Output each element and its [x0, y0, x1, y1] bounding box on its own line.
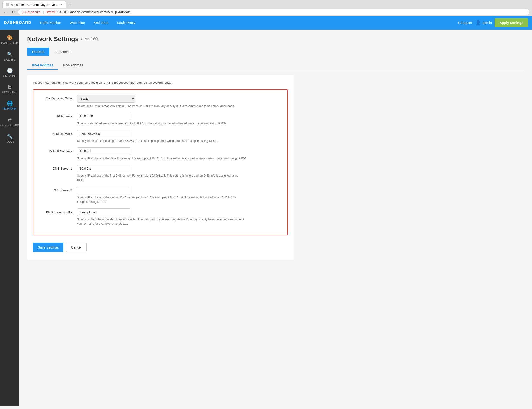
cancel-button[interactable]: Cancel [66, 243, 87, 252]
dns-suffix-col: Specify suffix to be appended to records… [77, 208, 283, 226]
config-type-label: Configuration Type [38, 95, 77, 108]
header-right: ℹ Support 👤 admin Apply Settings [458, 18, 528, 27]
network-mask-col: Specify netmask. For example, 255.255.25… [77, 130, 283, 143]
refresh-button[interactable]: ↻ [10, 9, 16, 15]
hostname-icon: 🖥 [7, 84, 12, 90]
tab-favicon [6, 3, 10, 6]
form-section: Configuration Type Static DHCP Select DH… [33, 89, 288, 236]
url-domain: 10.0.0.10/node/system/network/device/1/i… [57, 10, 131, 14]
network-icon: 🌐 [7, 100, 13, 106]
page-title-subtitle: / ens160 [81, 36, 98, 42]
nav-squid-proxy[interactable]: Squid Proxy [113, 16, 140, 29]
address-bar[interactable]: ⚠ Not secure | https:// 10.0.0.10/node/s… [18, 9, 530, 15]
sidebar-item-label-timezone: TIMEZONE [3, 74, 17, 77]
dns1-help: Specify IP address of the first DNS serv… [77, 173, 247, 182]
config-sync-icon: ⇄ [8, 117, 12, 123]
sidebar-item-network[interactable]: 🌐 NETWORK [0, 97, 19, 114]
nav-traffic-monitor[interactable]: Traffic Monitor [35, 16, 66, 29]
ip-address-help-italic: 192.168.1.10 [128, 122, 145, 125]
default-gw-label: Default Gateway [38, 147, 77, 160]
form-row-network-mask: Network Mask Specify netmask. For exampl… [38, 130, 283, 143]
license-icon: 🔍 [7, 51, 13, 57]
dns-suffix-help-italic: example.lan [111, 222, 127, 225]
timezone-icon: 🕐 [7, 68, 13, 73]
content-card: Please note, changing network settings a… [27, 75, 294, 260]
admin-button[interactable]: 👤 admin [475, 20, 492, 26]
separator: | [43, 10, 44, 14]
default-gw-help: Specify IP address of the default gatewa… [77, 156, 247, 160]
app-header: DASHBOARD Traffic Monitor Web Filter Ant… [0, 16, 532, 29]
sidebar-item-config-sync[interactable]: ⇄ CONFIG SYNC [0, 114, 19, 130]
url-strikethrough: https:// [46, 10, 56, 14]
dns1-help-italic: 192.168.1.3 [150, 174, 165, 177]
main-content: Network Settings / ens160 Devices Advanc… [19, 29, 532, 406]
tab-nav: Devices Advanced [27, 48, 524, 56]
network-mask-help-italic: 255.255.255.0 [118, 139, 136, 143]
form-row-default-gw: Default Gateway Specify IP address of th… [38, 147, 283, 160]
back-button[interactable]: ← [2, 9, 8, 15]
sub-tabs: IPv4 Address IPv6 Address [27, 61, 524, 70]
nav-web-filter[interactable]: Web Filter [66, 16, 90, 29]
ip-address-col: Specify static IP address. For example, … [77, 113, 283, 126]
tab-advanced[interactable]: Advanced [50, 48, 76, 56]
notice-text: Please note, changing network settings a… [33, 81, 288, 84]
app-logo[interactable]: DASHBOARD [4, 21, 35, 25]
apply-settings-button[interactable]: Apply Settings [495, 18, 528, 27]
tools-icon: 🔧 [7, 133, 13, 139]
security-warning: ⚠ Not secure [22, 10, 40, 14]
config-type-col: Static DHCP Select DHCP to automatically… [77, 95, 283, 108]
sidebar-item-label-hostname: HOSTNAME [2, 91, 17, 94]
action-row: Save Settings Cancel [33, 240, 288, 254]
sidebar-item-hostname[interactable]: 🖥 HOSTNAME [0, 81, 19, 97]
ip-address-input[interactable] [77, 113, 130, 120]
sidebar: 🎨 DASHBOARD 🔍 LICENSE 🕐 TIMEZONE 🖥 HOSTN… [0, 29, 19, 406]
new-tab-button[interactable]: + [66, 1, 74, 8]
dns2-help: Specify IP address of the second DNS ser… [77, 195, 247, 204]
tab-devices[interactable]: Devices [27, 48, 49, 56]
sidebar-item-label-network: NETWORK [3, 107, 17, 110]
support-button[interactable]: ℹ Support [458, 21, 472, 25]
admin-label: admin [483, 21, 492, 25]
dns1-col: Specify IP address of the first DNS serv… [77, 165, 283, 182]
network-mask-input[interactable] [77, 130, 130, 137]
sidebar-item-dashboard[interactable]: 🎨 DASHBOARD [0, 31, 19, 48]
dns1-label: DNS Server 1 [38, 165, 77, 182]
ip-address-label: IP Address [38, 113, 77, 126]
default-gw-col: Specify IP address of the default gatewa… [77, 147, 283, 160]
network-mask-label: Network Mask [38, 130, 77, 143]
dns2-help-italic: 192.168.1.4 [168, 196, 183, 199]
default-gw-help-italic: 192.168.1.1 [150, 157, 165, 160]
dns2-label: DNS Server 2 [38, 187, 77, 204]
address-bar-row: ← ↻ ⚠ Not secure | https:// 10.0.0.10/no… [0, 8, 532, 16]
sidebar-item-timezone[interactable]: 🕐 TIMEZONE [0, 64, 19, 81]
form-row-dns1: DNS Server 1 Specify IP address of the f… [38, 165, 283, 182]
dashboard-icon: 🎨 [7, 35, 13, 41]
browser-tab-bar: https://10.0.0.10/node/system/ne... × + [0, 0, 532, 8]
sidebar-item-tools[interactable]: 🔧 TOOLS [0, 130, 19, 146]
dns-suffix-input[interactable] [77, 208, 130, 216]
save-settings-button[interactable]: Save Settings [33, 243, 64, 252]
body-layout: 🎨 DASHBOARD 🔍 LICENSE 🕐 TIMEZONE 🖥 HOSTN… [0, 29, 532, 406]
default-gw-input[interactable] [77, 147, 130, 155]
browser-tab[interactable]: https://10.0.0.10/node/system/ne... × [2, 1, 66, 8]
network-mask-help: Specify netmask. For example, 255.255.25… [77, 139, 247, 143]
config-type-help: Select DHCP to automatically obtain IP a… [77, 104, 247, 108]
sidebar-item-label-tools: TOOLS [5, 140, 14, 143]
sidebar-item-license[interactable]: 🔍 LICENSE [0, 48, 19, 64]
dns1-input[interactable] [77, 165, 130, 172]
page-title-text: Network Settings [27, 35, 78, 43]
dns2-input[interactable] [77, 187, 130, 194]
form-row-dns2: DNS Server 2 Specify IP address of the s… [38, 187, 283, 204]
page-title: Network Settings / ens160 [27, 35, 524, 43]
dns-suffix-label: DNS Search Suffix [38, 208, 77, 226]
tab-close-btn[interactable]: × [61, 3, 63, 7]
sub-tab-ipv4[interactable]: IPv4 Address [27, 61, 58, 70]
sidebar-item-label-dashboard: DASHBOARD [1, 42, 18, 45]
nav-anti-virus[interactable]: Anti Virus [89, 16, 113, 29]
tab-url-text: https://10.0.0.10/node/system/ne... [11, 3, 59, 7]
sidebar-item-label-config-sync: CONFIG SYNC [0, 124, 19, 127]
dns2-col: Specify IP address of the second DNS ser… [77, 187, 283, 204]
sub-tab-ipv6[interactable]: IPv6 Address [58, 61, 88, 70]
form-row-ip-address: IP Address Specify static IP address. Fo… [38, 113, 283, 126]
config-type-select[interactable]: Static DHCP [77, 95, 135, 103]
